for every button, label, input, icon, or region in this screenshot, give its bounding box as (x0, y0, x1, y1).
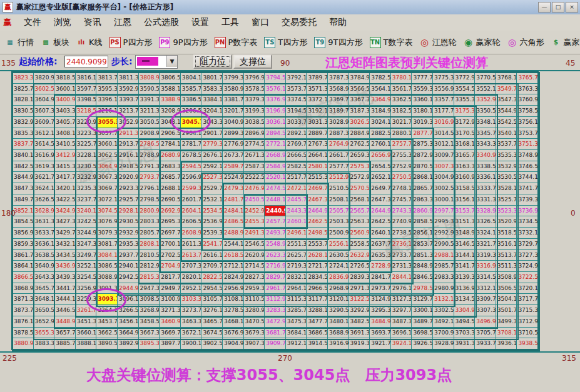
grid-cell: 3367.30 (349, 94, 370, 105)
menu-item-文件[interactable]: 文件 (18, 16, 48, 29)
grid-cell: 3088.90 (96, 272, 117, 283)
resistance-button[interactable]: 阻力位 (193, 54, 232, 69)
grid-cell: 3880.90 (13, 338, 33, 349)
grid-cell: 2661.70 (328, 150, 349, 161)
grid-cell: 3784.90 (349, 73, 370, 83)
grid-cell: 3091.30 (96, 283, 117, 294)
grid-cell: 3254.50 (76, 272, 96, 283)
grid-cell: 2995.30 (433, 216, 454, 227)
grid-cell: 2724.10 (328, 261, 349, 271)
grid-cell: 2704.90 (160, 261, 180, 271)
support-button[interactable]: 支撑位 (233, 54, 272, 69)
grid-cell: 2582.50 (286, 161, 307, 172)
grid-cell: 3345.70 (475, 128, 496, 139)
toolbar-button-P四方形[interactable]: PSP四方形 (109, 37, 153, 48)
menu-item-江恩[interactable]: 江恩 (108, 16, 138, 29)
dropdown-arrow-icon[interactable]: ▼ (166, 56, 177, 67)
toolbar-button-T数字表[interactable]: TNT数字表 (370, 37, 413, 48)
grid-cell: 2450.50 (244, 194, 265, 205)
step-dropdown[interactable]: ▼ (135, 55, 178, 69)
grid-cell: 2520.10 (265, 172, 285, 183)
grid-cell: 2769.70 (286, 139, 307, 149)
grid-cell: 3336.10 (475, 172, 496, 183)
angle-label-180: 180 (1, 209, 16, 218)
toolbar-button-赢家轮[interactable]: ◉赢家轮 (463, 37, 500, 48)
menu-item-设置[interactable]: 设置 (185, 16, 215, 29)
grid-cell: 3866.50 (13, 272, 33, 283)
grid-cell: 3204.10 (201, 106, 222, 116)
grid-cell: 3885.70 (54, 338, 75, 349)
grid-cell: 2793.70 (139, 172, 160, 183)
grid-cell: 3144.10 (454, 250, 475, 261)
grid-cell: 3787.30 (328, 73, 349, 83)
menu-item-公式选股[interactable]: 公式选股 (138, 16, 185, 29)
grid-cell: 3590.50 (139, 84, 160, 94)
grid-cell: 3650.50 (34, 305, 54, 316)
start-price-input[interactable] (64, 56, 108, 68)
angle-label-315: 315 (562, 354, 576, 363)
grid-cell: 3206.50 (181, 106, 201, 116)
grid-cell: 3691.30 (349, 328, 370, 338)
menu-item-窗口[interactable]: 窗口 (245, 16, 275, 29)
grid-cell: 2856.10 (412, 228, 432, 238)
close-button[interactable]: × (566, 2, 578, 13)
grid-cell: 3674.50 (201, 328, 222, 338)
grid-cell: 3511.30 (496, 261, 517, 271)
grid-cell: 3564.10 (370, 84, 390, 94)
grid-cell: 3105.70 (201, 294, 222, 304)
grid-cell: 3864.10 (13, 261, 33, 271)
grid-cell: 2709.70 (201, 261, 222, 271)
grid-cell: 3664.90 (118, 328, 138, 338)
toolbar-button-江恩轮[interactable]: ◎江恩轮 (419, 37, 456, 48)
toolbar-button-P数字表[interactable]: PNP数字表 (215, 37, 258, 48)
grid-cell: 3019.30 (412, 117, 432, 128)
grid-cell: 3079.30 (96, 228, 117, 238)
grid-cell: 3004.90 (433, 172, 454, 183)
grid-cell: 2745.70 (391, 194, 412, 205)
grid-cell: 3472.90 (265, 316, 285, 327)
toolbar-button-T四方形[interactable]: TST四方形 (264, 37, 307, 48)
menu-item-交易委托[interactable]: 交易委托 (275, 16, 323, 29)
grid-cell: 3400.90 (54, 94, 75, 105)
toolbar-button-板块[interactable]: ▩板块 (41, 37, 69, 48)
grid-cell: 3792.10 (286, 73, 307, 83)
grid-cell: 3211.30 (139, 106, 160, 116)
grid-cell: 3900.10 (181, 338, 201, 349)
grid-cell: 3710.50 (517, 328, 537, 338)
grid-cell: 3117.70 (307, 294, 327, 304)
grid-cell: 3338.50 (475, 161, 496, 172)
grid-cell: 3751.30 (517, 139, 537, 149)
toolbar-button-六角形[interactable]: ◎六角形 (507, 37, 544, 48)
grid-cell: 3667.30 (139, 328, 160, 338)
menu-item-帮助[interactable]: 帮助 (323, 16, 353, 29)
key-level-cell: 3055.30 (96, 117, 117, 128)
grid-cell: 2592.10 (201, 161, 222, 172)
menu-item-工具[interactable]: 工具 (215, 16, 245, 29)
grid-cell: 2752.90 (391, 161, 412, 172)
grid-cell: 2462.50 (307, 216, 327, 227)
grid-cell: 2664.10 (307, 150, 327, 161)
grid-cell: 3849.70 (13, 194, 33, 205)
grid-cell: 3616.90 (34, 150, 54, 161)
maximize-button[interactable]: □ (552, 2, 564, 13)
grid-cell: 2584.90 (265, 161, 285, 172)
controls-row: 135 起始价格: 步长: ▼ 阻力位 支撑位 90 江恩矩阵图表预判关键位测算… (0, 54, 580, 71)
menu-item-浏览[interactable]: 浏览 (48, 16, 78, 29)
grid-cell: 3259.30 (76, 294, 96, 304)
toolbar-button-K线[interactable]: ılıK线 (76, 37, 103, 48)
grid-cell: 3076.90 (96, 216, 117, 227)
toolbar-button-赢家服务[interactable]: $赢家服务 (551, 37, 580, 48)
toolbar-button-行情[interactable]: ▦行情 (5, 37, 34, 48)
grid-cell: 2805.70 (139, 228, 160, 238)
grid-cell: 2673.70 (223, 150, 243, 161)
grid-cell: 3024.10 (370, 117, 390, 128)
grid-cell: 3547.30 (496, 94, 517, 105)
grid-cell: 3660.10 (76, 328, 96, 338)
menu-item-资讯[interactable]: 资讯 (78, 16, 108, 29)
grid-cell: 2824.90 (223, 272, 243, 283)
minimize-button[interactable]: — (538, 2, 551, 13)
grid-cell: 2964.10 (286, 283, 307, 294)
toolbar-button-9P四方形[interactable]: P99P四方形 (159, 37, 207, 48)
app-logo-icon: 赢 (3, 2, 13, 13)
toolbar-button-9T四方形[interactable]: T99T四方形 (314, 37, 362, 48)
